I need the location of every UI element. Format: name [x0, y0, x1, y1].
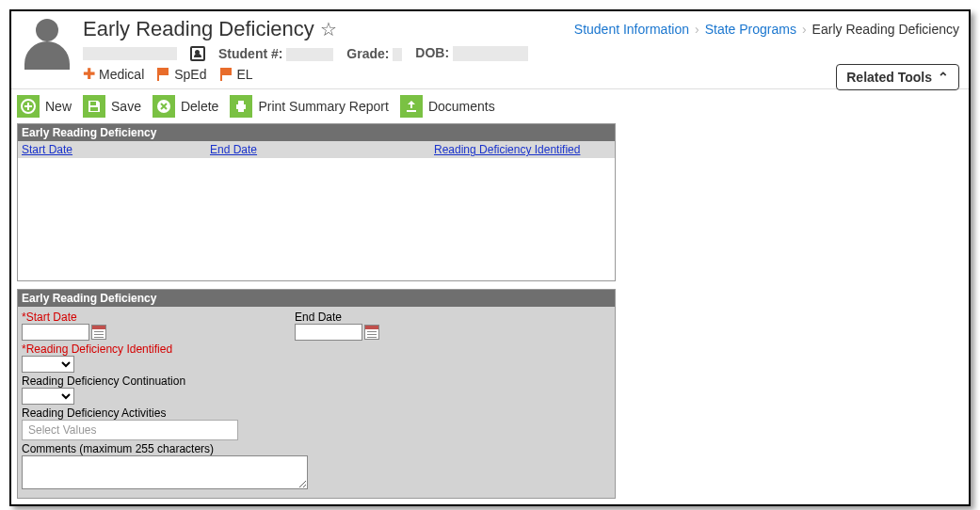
- flag-icon: [157, 68, 170, 81]
- related-tools-button[interactable]: Related Tools ⌃: [836, 64, 959, 90]
- save-label: Save: [111, 99, 141, 114]
- dob-label: DOB:: [415, 45, 449, 60]
- breadcrumb: Student Information › State Programs › E…: [574, 22, 959, 37]
- svg-rect-2: [90, 107, 98, 111]
- svg-rect-6: [238, 108, 244, 112]
- student-number-label: Student #:: [218, 46, 282, 61]
- start-date-label: *Start Date: [22, 311, 106, 324]
- student-number-redacted: [286, 48, 333, 61]
- start-date-input[interactable]: [22, 324, 89, 341]
- comments-textarea[interactable]: [22, 455, 308, 489]
- rdi-label: *Reading Deficiency Identified: [22, 343, 611, 356]
- student-name-redacted: [83, 47, 177, 60]
- field-reading-deficiency-activities: Reading Deficiency Activities Select Val…: [22, 406, 611, 440]
- avatar: [21, 17, 73, 70]
- grade-redacted: [393, 48, 402, 61]
- page-title-text: Early Reading Deficiency: [83, 17, 314, 41]
- end-date-label: End Date: [295, 311, 379, 324]
- breadcrumb-student-info[interactable]: Student Information: [574, 22, 689, 37]
- flag-sped[interactable]: SpEd: [157, 67, 206, 82]
- activities-multiselect[interactable]: Select Values: [22, 420, 238, 440]
- print-label: Print Summary Report: [258, 99, 388, 114]
- calendar-icon[interactable]: [91, 325, 106, 340]
- print-summary-button[interactable]: Print Summary Report: [230, 95, 388, 118]
- activities-label: Reading Deficiency Activities: [22, 406, 611, 420]
- field-comments: Comments (maximum 255 characters): [22, 442, 611, 492]
- medical-icon: ✚: [83, 65, 95, 83]
- flag-sped-label: SpEd: [174, 67, 206, 82]
- flag-icon: [220, 68, 233, 81]
- favorite-star-icon[interactable]: ☆: [320, 18, 337, 40]
- svg-rect-5: [238, 101, 244, 104]
- upload-icon: [400, 95, 423, 118]
- comments-label: Comments (maximum 255 characters): [22, 442, 611, 455]
- toolbar: New Save Delete Print Summary Report Doc…: [11, 89, 969, 123]
- flag-medical[interactable]: ✚ Medical: [83, 65, 144, 83]
- end-date-input[interactable]: [295, 324, 362, 341]
- col-reading-deficiency-identified[interactable]: Reading Deficiency Identified: [430, 141, 615, 158]
- id-card-icon[interactable]: [190, 46, 205, 61]
- svg-rect-7: [407, 110, 416, 112]
- save-icon: [83, 95, 105, 118]
- documents-label: Documents: [428, 99, 495, 114]
- delete-icon: [153, 95, 175, 118]
- svg-rect-1: [90, 102, 96, 105]
- field-reading-deficiency-continuation: Reading Deficiency Continuation: [22, 375, 611, 405]
- form-panel-title: Early Reading Deficiency: [18, 290, 615, 307]
- app-frame: Early Reading Deficiency ☆ Student Infor…: [9, 9, 971, 506]
- save-button[interactable]: Save: [83, 95, 141, 118]
- chevron-right-icon: ›: [800, 22, 809, 37]
- list-body-empty[interactable]: [18, 158, 615, 280]
- new-button[interactable]: New: [17, 95, 72, 118]
- new-label: New: [45, 99, 72, 114]
- flag-el[interactable]: EL: [220, 67, 253, 82]
- calendar-icon[interactable]: [364, 325, 379, 340]
- field-end-date: End Date: [295, 311, 379, 341]
- header: Early Reading Deficiency ☆ Student Infor…: [11, 11, 969, 83]
- flag-medical-label: Medical: [99, 67, 144, 82]
- breadcrumb-state-programs[interactable]: State Programs: [705, 22, 796, 37]
- page-title: Early Reading Deficiency ☆: [83, 17, 337, 41]
- list-panel-title: Early Reading Deficiency: [18, 124, 615, 141]
- list-panel: Early Reading Deficiency Start Date End …: [17, 123, 616, 281]
- rdi-select[interactable]: [22, 356, 74, 373]
- form-panel: Early Reading Deficiency *Start Date End…: [17, 289, 616, 499]
- continuation-select[interactable]: [22, 388, 74, 405]
- field-start-date: *Start Date: [22, 311, 106, 341]
- flags-row: ✚ Medical SpEd EL: [83, 65, 959, 83]
- delete-label: Delete: [181, 99, 218, 114]
- chevron-up-icon: ⌃: [938, 70, 949, 85]
- continuation-label: Reading Deficiency Continuation: [22, 375, 611, 388]
- documents-button[interactable]: Documents: [400, 95, 495, 118]
- related-tools-label: Related Tools: [846, 70, 932, 85]
- print-icon: [230, 95, 252, 118]
- grade-label: Grade:: [346, 46, 389, 61]
- col-end-date[interactable]: End Date: [206, 141, 430, 158]
- chevron-right-icon: ›: [693, 22, 701, 37]
- student-info-row: Student #: Grade: DOB:: [83, 45, 959, 61]
- flag-el-label: EL: [237, 67, 253, 82]
- plus-icon: [17, 95, 40, 118]
- delete-button[interactable]: Delete: [153, 95, 218, 118]
- field-reading-deficiency-identified: *Reading Deficiency Identified: [22, 343, 611, 373]
- breadcrumb-current: Early Reading Deficiency: [812, 22, 959, 37]
- dob-redacted: [453, 46, 528, 61]
- list-column-headers: Start Date End Date Reading Deficiency I…: [18, 141, 615, 158]
- col-start-date[interactable]: Start Date: [18, 141, 206, 158]
